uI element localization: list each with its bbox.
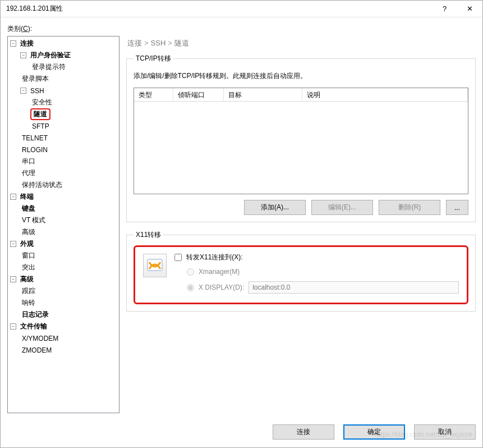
- tree-tunnel[interactable]: 隧道: [30, 108, 50, 120]
- xdisplay-label: X DISPLAY(D):: [199, 284, 244, 291]
- xdisplay-radio[interactable]: [187, 284, 194, 291]
- x11-legend: X11转移: [134, 230, 163, 240]
- expand-icon[interactable]: −: [10, 276, 16, 282]
- tree-login-script[interactable]: 登录脚本: [20, 74, 50, 84]
- tree-telnet[interactable]: TELNET: [20, 134, 49, 143]
- tree-connection[interactable]: 连接: [19, 38, 35, 49]
- tree-ssh[interactable]: SSH: [29, 86, 46, 95]
- window-controls: ? ✕: [432, 1, 482, 17]
- ok-button[interactable]: 确定: [343, 424, 405, 440]
- tree-window[interactable]: 窗口: [20, 250, 37, 261]
- tree-keyboard[interactable]: 键盘: [20, 203, 37, 214]
- col-port[interactable]: 侦听端口: [173, 88, 224, 101]
- tree-login-prompt[interactable]: 登录提示符: [30, 62, 67, 72]
- tree-keepalive[interactable]: 保持活动状态: [20, 180, 64, 190]
- expand-icon[interactable]: −: [10, 323, 16, 330]
- tree-filetransfer[interactable]: 文件传输: [19, 321, 49, 332]
- tree-trace[interactable]: 跟踪: [20, 286, 37, 296]
- tree-security[interactable]: 安全性: [30, 97, 54, 108]
- edit-button[interactable]: 编辑(E)...: [311, 200, 373, 215]
- expand-icon[interactable]: −: [10, 40, 16, 47]
- expand-icon[interactable]: −: [10, 194, 16, 200]
- tree-user-auth[interactable]: 用户身份验证: [29, 50, 72, 61]
- more-button[interactable]: ...: [446, 200, 468, 215]
- tree-advanced[interactable]: 高级: [19, 274, 35, 285]
- x11-group: X11转移 转发X11连接到(X):: [126, 230, 476, 312]
- help-button[interactable]: ?: [432, 1, 457, 17]
- window-title: 192.168.1.201属性: [6, 4, 432, 13]
- expand-icon[interactable]: −: [20, 52, 26, 58]
- tree-highlight[interactable]: 突出: [20, 262, 37, 273]
- category-label: 类别(C):: [7, 24, 476, 34]
- expand-icon[interactable]: −: [20, 88, 26, 94]
- expand-icon[interactable]: −: [10, 241, 16, 247]
- xdisplay-input[interactable]: [249, 281, 459, 294]
- add-button[interactable]: 添加(A)...: [244, 200, 306, 215]
- tree-vtmode[interactable]: VT 模式: [20, 215, 47, 226]
- category-tree[interactable]: −连接 −用户身份验证 登录提示符 登录脚本 −SSH: [7, 36, 119, 413]
- breadcrumb: 连接>SSH>隧道: [126, 36, 476, 54]
- titlebar: 192.168.1.201属性 ? ✕: [1, 1, 482, 17]
- xmanager-radio[interactable]: [187, 268, 194, 276]
- tree-logging[interactable]: 日志记录: [20, 309, 50, 320]
- tree-xymodem[interactable]: X/YMODEM: [20, 334, 60, 343]
- tree-sftp[interactable]: SFTP: [30, 122, 51, 131]
- delete-button[interactable]: 删除(R): [379, 200, 440, 215]
- col-target[interactable]: 目标: [224, 88, 302, 101]
- forward-x11-checkbox[interactable]: [174, 254, 182, 261]
- tcpip-rules-table[interactable]: 类型 侦听端口 目标 说明: [134, 88, 468, 194]
- tree-zmodem[interactable]: ZMODEM: [20, 346, 53, 355]
- tree-term-adv[interactable]: 高级: [20, 227, 37, 237]
- col-type[interactable]: 类型: [134, 88, 173, 101]
- forward-x11-label: 转发X11连接到(X):: [186, 253, 243, 262]
- dialog-footer: 连接 确定 取消: [1, 420, 482, 447]
- x11-highlight: 转发X11连接到(X): Xmanager(M) X DISPLAY(D):: [134, 245, 468, 304]
- tree-serial[interactable]: 串口: [20, 156, 37, 167]
- tree-appearance[interactable]: 外观: [19, 239, 35, 249]
- close-button[interactable]: ✕: [457, 1, 482, 17]
- xmanager-icon: [143, 254, 167, 277]
- tree-terminal[interactable]: 终端: [19, 191, 35, 202]
- connect-button[interactable]: 连接: [273, 424, 334, 440]
- xmanager-label: Xmanager(M): [199, 268, 240, 276]
- tcpip-group: TCP/IP转移 添加/编辑/删除TCP/IP转移规则。此规则连接后自动应用。 …: [126, 54, 476, 222]
- tcpip-desc: 添加/编辑/删除TCP/IP转移规则。此规则连接后自动应用。: [134, 71, 468, 81]
- col-desc[interactable]: 说明: [302, 88, 468, 101]
- tree-proxy[interactable]: 代理: [20, 168, 37, 179]
- tcpip-legend: TCP/IP转移: [134, 54, 173, 63]
- tree-rlogin[interactable]: RLOGIN: [20, 145, 49, 154]
- tree-bell[interactable]: 响铃: [20, 298, 37, 308]
- cancel-button[interactable]: 取消: [414, 424, 476, 440]
